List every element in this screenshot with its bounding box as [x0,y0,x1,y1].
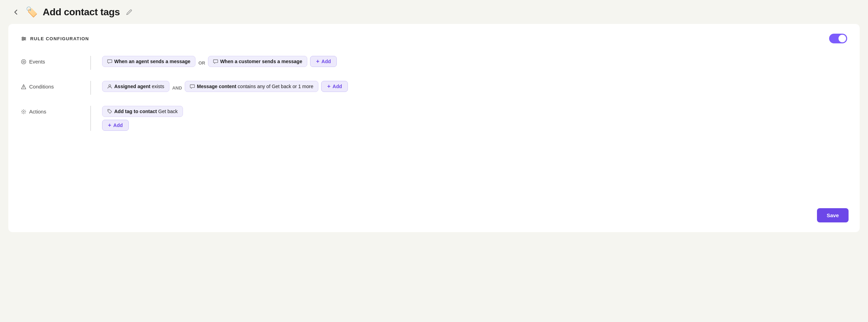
actions-row: Actions Add tag to contact Get back + Ad… [21,106,847,131]
svg-point-4 [24,38,25,39]
events-separator: OR [198,58,205,66]
svg-point-10 [23,88,24,88]
page-header: 🏷️ Add contact tags [0,0,868,24]
svg-point-5 [22,39,23,40]
condition-pill-2[interactable]: Message content contains any of Get back… [185,81,318,92]
events-add-button[interactable]: + Add [310,56,337,67]
rule-config-left: RULE CONFIGURATION [21,36,89,42]
svg-point-3 [22,37,23,38]
rule-config-header: RULE CONFIGURATION [21,34,847,43]
events-pills: When an agent sends a message OR When a … [102,56,847,67]
svg-point-13 [108,110,109,111]
actions-add-label: Add [113,122,123,128]
conditions-separator: AND [172,83,182,91]
sliders-icon [21,36,27,42]
action-pill-1-bold: Add tag to contact [114,109,157,114]
edit-title-button[interactable] [125,8,134,17]
cond-pill-1-text: Assigned agent exists [114,84,164,89]
page: 🏷️ Add contact tags [0,0,868,322]
chat-icon-1 [107,59,112,64]
action-pill-1-text: Add tag to contact Get back [114,109,178,114]
cond-pill-2-rest: contains any of Get back or 1 more [236,84,314,89]
agent-icon [107,84,112,89]
conditions-label: Conditions [29,84,54,90]
back-button[interactable] [11,7,21,17]
conditions-divider [90,81,91,95]
events-icon [21,59,26,65]
svg-point-7 [23,61,25,62]
conditions-add-label: Add [333,84,342,89]
events-divider [90,56,91,70]
cond-pill-2-bold: Message content [197,84,236,89]
actions-add-plus-icon: + [108,122,111,128]
conditions-label-area: Conditions [21,81,90,90]
events-add-label: Add [322,59,331,64]
events-row: Events When an agent sends a message OR [21,56,847,70]
rule-config-label: RULE CONFIGURATION [30,36,89,41]
page-title: Add contact tags [43,7,120,18]
cond-pill-1-rest: exists [150,84,164,89]
event-pill-2[interactable]: When a customer sends a message [208,56,308,67]
conditions-icon [21,84,26,90]
save-button[interactable]: Save [817,208,849,222]
cond-pill-2-text: Message content contains any of Get back… [197,84,313,89]
conditions-add-button[interactable]: + Add [321,81,348,92]
action-pill-1[interactable]: Add tag to contact Get back [102,106,183,117]
events-add-plus-icon: + [316,59,319,64]
main-content: RULE CONFIGURATION Events [8,24,860,232]
event-pill-2-bold: When a customer sends a message [220,59,302,64]
conditions-row: Conditions Assigned agent exists AND [21,81,847,95]
action-pill-1-rest: Get back [157,109,178,114]
actions-icon [21,109,26,115]
svg-point-11 [109,85,111,87]
condition-pill-1[interactable]: Assigned agent exists [102,81,169,92]
cond-pill-1-bold: Assigned agent [114,84,150,89]
actions-add-button[interactable]: + Add [102,120,129,131]
event-pill-1[interactable]: When an agent sends a message [102,56,195,67]
edit-icon [126,9,132,15]
actions-area: Add tag to contact Get back + Add [102,106,847,131]
conditions-pills: Assigned agent exists AND Message conten… [102,81,847,92]
message-icon [190,84,195,89]
svg-point-6 [22,59,26,64]
actions-label: Actions [29,109,46,115]
rule-enabled-toggle[interactable] [829,34,847,43]
page-emoji: 🏷️ [26,6,38,18]
event-pill-1-bold: When an agent sends a message [114,59,190,64]
events-label: Events [29,59,45,65]
svg-point-12 [23,111,24,112]
events-label-area: Events [21,56,90,65]
conditions-add-plus-icon: + [327,84,330,89]
tag-icon [107,109,112,114]
actions-label-area: Actions [21,106,90,115]
back-icon [12,9,19,16]
actions-divider [90,106,91,131]
chat-icon-2 [213,59,218,64]
